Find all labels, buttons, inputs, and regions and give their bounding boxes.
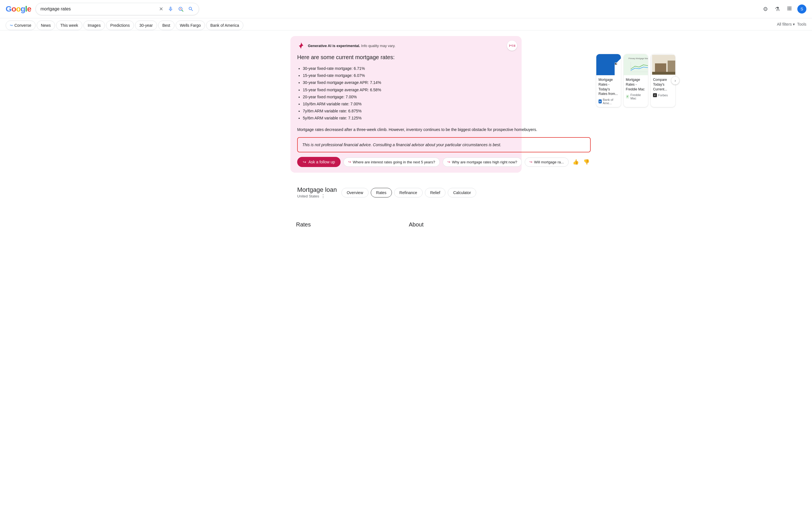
source-card-title-3: Compare Today's Current...: [653, 77, 673, 92]
source-card-thumbnail-3: [651, 54, 675, 75]
svg-rect-11: [652, 72, 675, 75]
ai-rates-list: 30-year fixed-rate mortgage: 6.71% 15-ye…: [297, 65, 591, 122]
tab-calculator[interactable]: Calculator: [448, 188, 476, 198]
search-submit-button[interactable]: [188, 6, 194, 12]
ai-header: Generative AI is experimental. Info qual…: [297, 42, 515, 50]
tab-predictions[interactable]: Predictions: [106, 20, 134, 30]
list-item: 30-year fixed mortgage average APR: 7.14…: [303, 79, 591, 86]
ai-summary-text: Mortgage rates decreased after a three-w…: [297, 126, 591, 133]
source-card-meta-1: B Bank of Ame...: [599, 98, 619, 105]
mortgage-section: Mortgage loan United States ⋮ Overview R…: [290, 179, 522, 211]
ai-expand-button[interactable]: ≡: [507, 41, 517, 51]
labs-button[interactable]: ⚗: [773, 4, 781, 14]
settings-button[interactable]: ⚙: [761, 4, 770, 14]
source-card-body-2: Mortgage Rates - Freddie Mac F Freddie M…: [624, 75, 648, 102]
follow-up-arrow-icon: ↪: [303, 160, 306, 164]
source-cards-row: 👩‍👧 Mortgage Rates - Today's Rates from.…: [596, 54, 675, 107]
clear-button[interactable]: ✕: [158, 5, 164, 13]
search-icons: ✕: [158, 5, 194, 13]
tab-best[interactable]: Best: [158, 20, 174, 30]
tab-wells-fargo[interactable]: Wells Fargo: [175, 20, 205, 30]
bank-favicon: B: [599, 100, 602, 103]
source-card-freddie-mac[interactable]: Primary Mortgage Market Survey® Mortgage…: [624, 54, 648, 107]
tab-news[interactable]: News: [37, 20, 55, 30]
search-icon: [188, 6, 194, 12]
bottom-grid: Rates About: [290, 217, 522, 233]
source-cards: 👩‍👧 Mortgage Rates - Today's Rates from.…: [596, 54, 675, 107]
mortgage-title: Mortgage loan: [297, 186, 337, 193]
list-item: 7y/6m ARM variable rate: 6.875%: [303, 108, 591, 115]
list-item: 15-year fixed mortgage average APR: 6.58…: [303, 87, 591, 94]
forbes-thumbnail-svg: [652, 55, 675, 75]
source-card-meta-3: F Forbes: [653, 93, 673, 97]
bank-thumbnail-icon: 👩‍👧: [606, 58, 621, 71]
list-item: 5y/6m ARM variable rate: 7.125%: [303, 115, 591, 122]
ai-financial-disclaimer: This is not professional financial advic…: [297, 137, 591, 152]
suggestion-pill-1[interactable]: ↪ Where are interest rates going in the …: [343, 158, 440, 167]
ai-disclaimer-note: Generative AI is experimental. Info qual…: [308, 44, 396, 48]
mortgage-more-options-button[interactable]: ⋮: [321, 193, 325, 199]
tab-this-week[interactable]: This week: [56, 20, 82, 30]
svg-rect-10: [668, 61, 675, 72]
source-cards-next-button[interactable]: ›: [671, 76, 679, 84]
ai-title: Here are some current mortgage rates:: [297, 54, 591, 61]
main-content: Generative AI is experimental. Info qual…: [285, 31, 527, 239]
avatar[interactable]: S: [797, 4, 806, 13]
google-logo[interactable]: Google: [6, 4, 31, 13]
svg-text:👩‍👧: 👩‍👧: [615, 62, 617, 65]
search-tabs: ↪ Converse News This week Images Predict…: [0, 18, 812, 31]
tab-refinance[interactable]: Refinance: [394, 188, 423, 198]
tab-filters: All filters ▾ Tools: [777, 22, 806, 29]
mortgage-header: Mortgage loan United States ⋮ Overview R…: [297, 186, 515, 199]
tools-button[interactable]: Tools: [797, 22, 806, 26]
source-card-bank-of-america[interactable]: 👩‍👧 Mortgage Rates - Today's Rates from.…: [596, 54, 621, 107]
mortgage-tabs: Overview Rates Refinance Relief Calculat…: [342, 188, 476, 198]
thumbs-down-button[interactable]: 👎: [582, 158, 591, 166]
header-right: ⚙ ⚗ S: [761, 4, 806, 14]
feedback-buttons: 👍 👎: [571, 158, 591, 166]
tab-overview[interactable]: Overview: [342, 188, 368, 198]
rates-bottom-section: Rates: [296, 217, 403, 233]
suggestion-pill-3[interactable]: ↪ Will mortgage ra...: [525, 158, 568, 167]
thumbs-up-button[interactable]: 👍: [571, 158, 580, 166]
suggestion-arrow-icon: ↪: [348, 160, 351, 164]
source-card-body-1: Mortgage Rates - Today's Rates from... B…: [596, 75, 621, 107]
tab-images[interactable]: Images: [84, 20, 105, 30]
ai-text-section: Here are some current mortgage rates: 30…: [297, 54, 591, 167]
search-bar-container: ✕: [36, 3, 199, 15]
svg-rect-3: [606, 58, 614, 71]
suggestion-pill-2[interactable]: ↪ Why are mortgage rates high right now?: [443, 158, 522, 167]
source-card-title-1: Mortgage Rates - Today's Rates from...: [599, 77, 619, 96]
tab-30-year[interactable]: 30-year: [135, 20, 157, 30]
lens-icon: [178, 6, 184, 12]
source-card-title-2: Mortgage Rates - Freddie Mac: [626, 77, 646, 92]
search-input[interactable]: [40, 6, 156, 11]
list-item: 10y/6m ARM variable rate: 7.00%: [303, 101, 591, 108]
tab-converse[interactable]: ↪ Converse: [6, 20, 36, 30]
mortgage-subtitle: United States ⋮: [297, 193, 337, 199]
tab-bank-of-america[interactable]: Bank of America: [206, 20, 243, 30]
source-card-thumbnail-1: 👩‍👧: [596, 54, 621, 75]
lens-button[interactable]: [177, 6, 184, 12]
expand-icon: [509, 43, 513, 48]
freddie-favicon: F: [626, 95, 629, 99]
source-card-meta-2: F Freddie Mac: [626, 93, 646, 100]
mortgage-title-group: Mortgage loan United States ⋮: [297, 186, 337, 199]
all-filters-button[interactable]: All filters ▾: [777, 22, 795, 26]
source-card-thumbnail-2: Primary Mortgage Market Survey®: [624, 54, 648, 75]
apps-button[interactable]: [785, 4, 794, 14]
rates-section-title: Rates: [296, 221, 403, 228]
svg-line-1: [182, 10, 183, 11]
svg-text:Primary Mortgage Market Survey: Primary Mortgage Market Survey®: [628, 57, 648, 60]
list-item: 30-year fixed-rate mortgage: 6.71%: [303, 65, 591, 72]
about-section: About: [409, 217, 516, 233]
suggestion-arrow-icon-3: ↪: [529, 160, 532, 164]
ask-follow-up-button[interactable]: ↪ Ask a follow up: [297, 157, 341, 167]
ai-body: Here are some current mortgage rates: 30…: [297, 54, 515, 167]
tab-relief[interactable]: Relief: [425, 188, 446, 198]
ai-logo-icon: [297, 42, 305, 50]
mic-button[interactable]: [167, 6, 174, 12]
converse-arrow-icon: ↪: [10, 23, 13, 27]
tab-rates[interactable]: Rates: [371, 188, 392, 198]
svg-point-2: [180, 8, 181, 10]
